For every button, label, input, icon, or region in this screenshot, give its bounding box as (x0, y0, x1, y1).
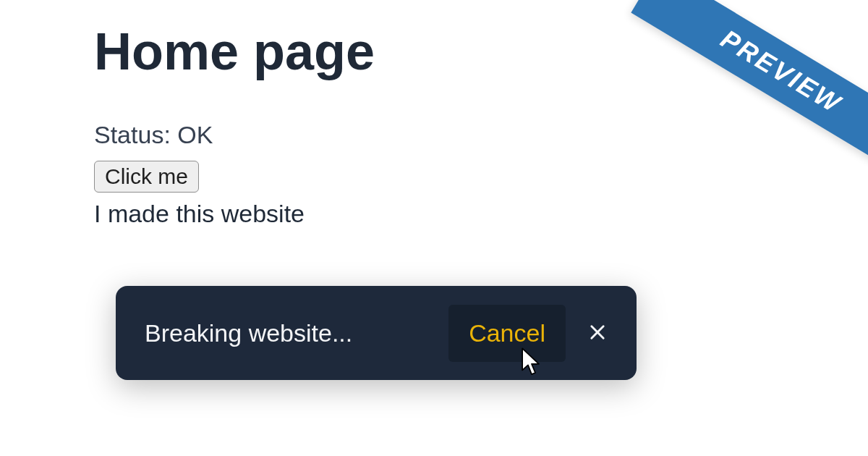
toast-notification: Breaking website... Cancel (116, 286, 637, 380)
click-me-button[interactable]: Click me (94, 161, 199, 193)
close-icon (587, 322, 608, 345)
footer-text: I made this website (94, 200, 774, 228)
cancel-button[interactable]: Cancel (448, 305, 566, 362)
status-text: Status: OK (94, 121, 774, 149)
close-button[interactable] (580, 315, 615, 352)
toast-message: Breaking website... (145, 319, 448, 347)
